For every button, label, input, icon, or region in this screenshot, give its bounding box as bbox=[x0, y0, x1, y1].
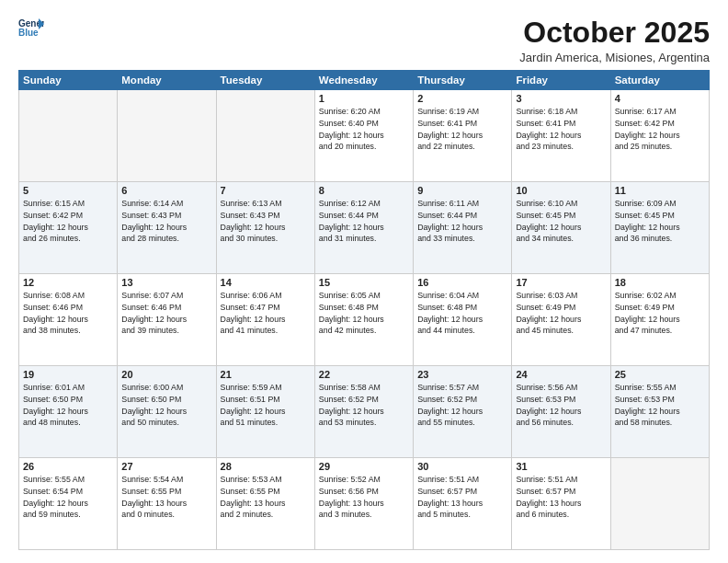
calendar-day-cell: 8Sunrise: 6:12 AM Sunset: 6:44 PM Daylig… bbox=[314, 182, 413, 274]
day-number: 10 bbox=[516, 185, 606, 196]
day-info: Sunrise: 6:04 AM Sunset: 6:48 PM Dayligh… bbox=[417, 290, 507, 337]
day-number: 9 bbox=[417, 185, 507, 196]
day-number: 6 bbox=[121, 185, 211, 196]
day-number: 1 bbox=[319, 93, 409, 104]
month-title: October 2025 bbox=[519, 17, 710, 49]
day-info: Sunrise: 5:56 AM Sunset: 6:53 PM Dayligh… bbox=[516, 382, 606, 429]
weekday-header-thursday: Thursday bbox=[414, 71, 512, 90]
day-info: Sunrise: 5:52 AM Sunset: 6:56 PM Dayligh… bbox=[319, 474, 409, 521]
calendar-table: SundayMondayTuesdayWednesdayThursdayFrid… bbox=[18, 70, 710, 550]
day-number: 17 bbox=[516, 277, 606, 288]
day-number: 18 bbox=[615, 277, 705, 288]
day-number: 26 bbox=[23, 461, 113, 472]
calendar-day-cell: 26Sunrise: 5:55 AM Sunset: 6:54 PM Dayli… bbox=[19, 458, 118, 550]
day-info: Sunrise: 6:10 AM Sunset: 6:45 PM Dayligh… bbox=[516, 198, 606, 245]
calendar-day-cell: 2Sunrise: 6:19 AM Sunset: 6:41 PM Daylig… bbox=[414, 90, 512, 182]
day-info: Sunrise: 6:08 AM Sunset: 6:46 PM Dayligh… bbox=[23, 290, 113, 337]
calendar-day-cell: 22Sunrise: 5:58 AM Sunset: 6:52 PM Dayli… bbox=[314, 366, 413, 458]
calendar-week-row: 26Sunrise: 5:55 AM Sunset: 6:54 PM Dayli… bbox=[19, 458, 710, 550]
calendar-day-cell: 10Sunrise: 6:10 AM Sunset: 6:45 PM Dayli… bbox=[512, 182, 610, 274]
calendar-day-cell: 7Sunrise: 6:13 AM Sunset: 6:43 PM Daylig… bbox=[216, 182, 314, 274]
calendar-day-cell: 21Sunrise: 5:59 AM Sunset: 6:51 PM Dayli… bbox=[216, 366, 314, 458]
day-number: 22 bbox=[319, 369, 409, 380]
calendar-week-row: 19Sunrise: 6:01 AM Sunset: 6:50 PM Dayli… bbox=[19, 366, 710, 458]
calendar-day-cell: 15Sunrise: 6:05 AM Sunset: 6:48 PM Dayli… bbox=[314, 274, 413, 366]
day-number: 12 bbox=[23, 277, 113, 288]
day-number: 3 bbox=[516, 93, 606, 104]
day-number: 15 bbox=[319, 277, 409, 288]
weekday-header-wednesday: Wednesday bbox=[314, 71, 413, 90]
calendar-day-cell: 28Sunrise: 5:53 AM Sunset: 6:55 PM Dayli… bbox=[216, 458, 314, 550]
day-number: 31 bbox=[516, 461, 606, 472]
day-info: Sunrise: 6:01 AM Sunset: 6:50 PM Dayligh… bbox=[23, 382, 113, 429]
calendar-day-cell: 30Sunrise: 5:51 AM Sunset: 6:57 PM Dayli… bbox=[414, 458, 512, 550]
calendar-day-cell: 27Sunrise: 5:54 AM Sunset: 6:55 PM Dayli… bbox=[118, 458, 216, 550]
day-info: Sunrise: 6:05 AM Sunset: 6:48 PM Dayligh… bbox=[319, 290, 409, 337]
calendar-day-cell: 18Sunrise: 6:02 AM Sunset: 6:49 PM Dayli… bbox=[610, 274, 709, 366]
calendar-day-cell: 11Sunrise: 6:09 AM Sunset: 6:45 PM Dayli… bbox=[610, 182, 709, 274]
day-number: 16 bbox=[417, 277, 507, 288]
day-info: Sunrise: 6:19 AM Sunset: 6:41 PM Dayligh… bbox=[417, 106, 507, 153]
day-info: Sunrise: 6:03 AM Sunset: 6:49 PM Dayligh… bbox=[516, 290, 606, 337]
day-info: Sunrise: 6:07 AM Sunset: 6:46 PM Dayligh… bbox=[121, 290, 211, 337]
day-number: 8 bbox=[319, 185, 409, 196]
day-info: Sunrise: 6:18 AM Sunset: 6:41 PM Dayligh… bbox=[516, 106, 606, 153]
calendar-day-cell bbox=[19, 90, 118, 182]
calendar-day-cell: 19Sunrise: 6:01 AM Sunset: 6:50 PM Dayli… bbox=[19, 366, 118, 458]
day-number: 4 bbox=[615, 93, 705, 104]
calendar-day-cell: 13Sunrise: 6:07 AM Sunset: 6:46 PM Dayli… bbox=[118, 274, 216, 366]
calendar-day-cell: 25Sunrise: 5:55 AM Sunset: 6:53 PM Dayli… bbox=[610, 366, 709, 458]
day-number: 29 bbox=[319, 461, 409, 472]
day-number: 19 bbox=[23, 369, 113, 380]
calendar-day-cell: 6Sunrise: 6:14 AM Sunset: 6:43 PM Daylig… bbox=[118, 182, 216, 274]
svg-text:Blue: Blue bbox=[18, 28, 39, 37]
calendar-week-row: 5Sunrise: 6:15 AM Sunset: 6:42 PM Daylig… bbox=[19, 182, 710, 274]
day-number: 30 bbox=[417, 461, 507, 472]
calendar-day-cell: 29Sunrise: 5:52 AM Sunset: 6:56 PM Dayli… bbox=[314, 458, 413, 550]
day-number: 5 bbox=[23, 185, 113, 196]
day-info: Sunrise: 6:17 AM Sunset: 6:42 PM Dayligh… bbox=[615, 106, 705, 153]
day-info: Sunrise: 6:15 AM Sunset: 6:42 PM Dayligh… bbox=[23, 198, 113, 245]
day-info: Sunrise: 6:12 AM Sunset: 6:44 PM Dayligh… bbox=[319, 198, 409, 245]
logo-icon: General Blue bbox=[18, 17, 44, 37]
day-number: 20 bbox=[121, 369, 211, 380]
weekday-header-tuesday: Tuesday bbox=[216, 71, 314, 90]
calendar-day-cell: 20Sunrise: 6:00 AM Sunset: 6:50 PM Dayli… bbox=[118, 366, 216, 458]
weekday-header-friday: Friday bbox=[512, 71, 610, 90]
calendar-day-cell bbox=[216, 90, 314, 182]
day-info: Sunrise: 5:59 AM Sunset: 6:51 PM Dayligh… bbox=[221, 382, 311, 429]
calendar-day-cell: 31Sunrise: 5:51 AM Sunset: 6:57 PM Dayli… bbox=[512, 458, 610, 550]
location-subtitle: Jardin America, Misiones, Argentina bbox=[519, 51, 710, 64]
calendar-day-cell bbox=[610, 458, 709, 550]
day-info: Sunrise: 6:06 AM Sunset: 6:47 PM Dayligh… bbox=[221, 290, 311, 337]
calendar-day-cell: 1Sunrise: 6:20 AM Sunset: 6:40 PM Daylig… bbox=[314, 90, 413, 182]
weekday-header-sunday: Sunday bbox=[19, 71, 118, 90]
day-number: 2 bbox=[417, 93, 507, 104]
logo: General Blue bbox=[18, 17, 44, 37]
day-number: 28 bbox=[221, 461, 311, 472]
calendar-day-cell: 24Sunrise: 5:56 AM Sunset: 6:53 PM Dayli… bbox=[512, 366, 610, 458]
day-info: Sunrise: 5:55 AM Sunset: 6:54 PM Dayligh… bbox=[23, 474, 113, 521]
page: General Blue October 2025 Jardin America… bbox=[0, 0, 728, 563]
calendar-day-cell: 17Sunrise: 6:03 AM Sunset: 6:49 PM Dayli… bbox=[512, 274, 610, 366]
day-info: Sunrise: 6:00 AM Sunset: 6:50 PM Dayligh… bbox=[121, 382, 211, 429]
title-block: October 2025 Jardin America, Misiones, A… bbox=[519, 17, 710, 64]
calendar-day-cell: 9Sunrise: 6:11 AM Sunset: 6:44 PM Daylig… bbox=[414, 182, 512, 274]
day-number: 14 bbox=[221, 277, 311, 288]
day-info: Sunrise: 5:58 AM Sunset: 6:52 PM Dayligh… bbox=[319, 382, 409, 429]
calendar-day-cell: 5Sunrise: 6:15 AM Sunset: 6:42 PM Daylig… bbox=[19, 182, 118, 274]
day-number: 25 bbox=[615, 369, 705, 380]
calendar-day-cell: 12Sunrise: 6:08 AM Sunset: 6:46 PM Dayli… bbox=[19, 274, 118, 366]
calendar-day-cell: 23Sunrise: 5:57 AM Sunset: 6:52 PM Dayli… bbox=[414, 366, 512, 458]
day-info: Sunrise: 6:14 AM Sunset: 6:43 PM Dayligh… bbox=[121, 198, 211, 245]
day-info: Sunrise: 5:53 AM Sunset: 6:55 PM Dayligh… bbox=[221, 474, 311, 521]
calendar-day-cell bbox=[118, 90, 216, 182]
day-info: Sunrise: 5:54 AM Sunset: 6:55 PM Dayligh… bbox=[121, 474, 211, 521]
weekday-header-row: SundayMondayTuesdayWednesdayThursdayFrid… bbox=[19, 71, 710, 90]
weekday-header-saturday: Saturday bbox=[610, 71, 709, 90]
day-number: 21 bbox=[221, 369, 311, 380]
day-number: 24 bbox=[516, 369, 606, 380]
day-info: Sunrise: 5:51 AM Sunset: 6:57 PM Dayligh… bbox=[417, 474, 507, 521]
day-number: 11 bbox=[615, 185, 705, 196]
day-info: Sunrise: 6:02 AM Sunset: 6:49 PM Dayligh… bbox=[615, 290, 705, 337]
